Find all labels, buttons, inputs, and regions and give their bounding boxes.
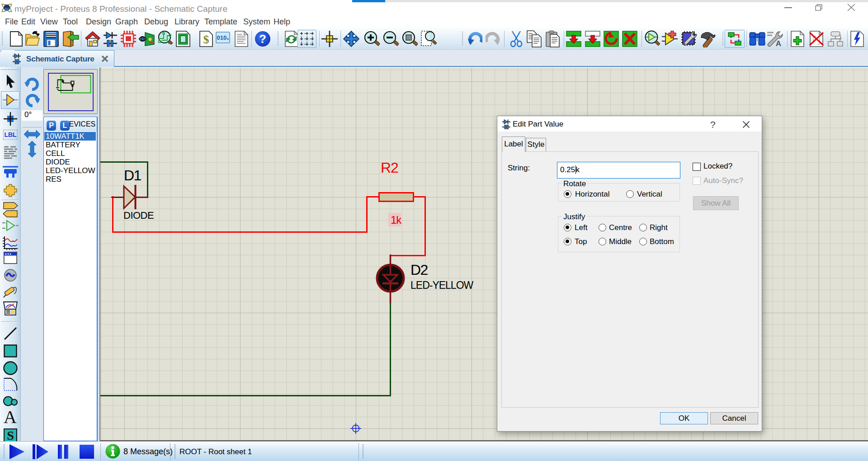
svg-text:A: A	[776, 39, 781, 47]
svg-text:$: $	[203, 33, 209, 46]
svg-text:S: S	[7, 428, 14, 442]
svg-text:010₁: 010₁	[217, 34, 229, 41]
svg-text:?: ?	[259, 32, 266, 46]
